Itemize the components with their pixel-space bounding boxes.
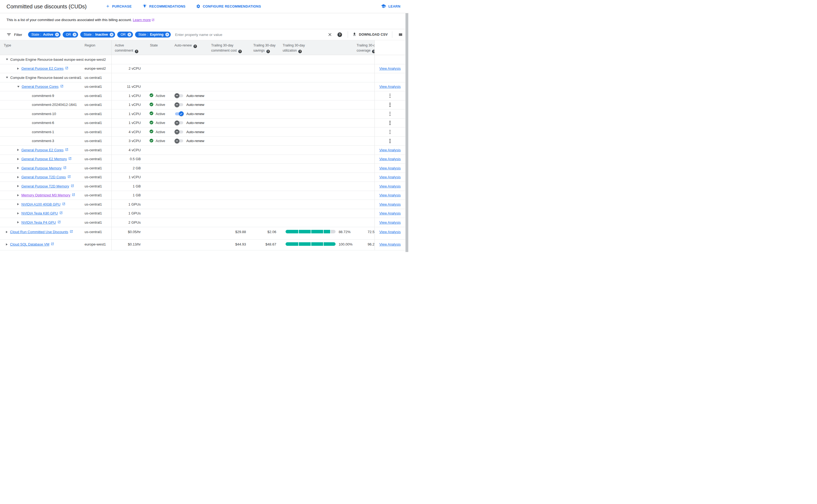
filter-help-icon[interactable]: ? [336,31,343,38]
auto-renew-toggle[interactable] [175,120,184,125]
type-link[interactable]: NVIDIA A100 40GB GPU [21,202,65,206]
view-analysis-link[interactable]: View Analysis [379,166,401,170]
row-expander-icon[interactable] [17,221,19,223]
chip-remove-icon[interactable]: ✕ [55,33,59,36]
column-header-commitment-cost[interactable]: Trailing 30-day commitment cost? [211,40,248,55]
column-header-utilization[interactable]: Trailing 30-day utilization? [278,40,357,55]
row-action-cell [374,73,405,82]
type-link[interactable]: Cloud Run Committed Use Discounts [10,230,73,234]
type-link[interactable]: Cloud SQL Database VM [10,242,54,246]
row-expander-icon[interactable] [17,68,19,70]
chip-remove-icon[interactable]: ✕ [73,33,76,36]
help-icon[interactable]: ? [135,50,138,53]
kebab-menu-icon[interactable] [389,93,392,99]
kebab-menu-icon[interactable] [389,120,392,126]
help-icon[interactable]: ? [238,50,242,53]
row-expander-icon[interactable] [17,185,19,187]
view-analysis-link[interactable]: View Analysis [379,193,401,197]
help-icon[interactable]: ? [193,45,197,48]
commitment-value: 2 vCPU [129,66,141,70]
column-header-type[interactable]: Type [0,40,84,55]
filter-chip-or[interactable]: OR✕ [63,32,78,38]
savings-cell [248,64,278,73]
row-expander-icon[interactable] [17,203,19,205]
column-header-coverage[interactable]: Trailing 30-day coverage? [357,40,374,55]
configure-recommendations-button[interactable]: CONFIGURE RECOMMENDATIONS [196,4,261,9]
chip-remove-icon[interactable]: ✕ [128,33,131,36]
auto-renew-toggle[interactable] [175,139,184,143]
type-link[interactable]: NVIDIA Tesla P4 GPU [21,220,61,224]
help-icon[interactable]: ? [266,50,270,53]
clear-filters-icon[interactable] [326,31,334,38]
region-cell: us-central1 [84,109,111,118]
chip-remove-icon[interactable]: ✕ [165,33,169,36]
auto-renew-toggle[interactable] [175,102,184,107]
scrollbar-thumb[interactable] [406,13,408,252]
purchase-button[interactable]: PURCHASE [106,4,132,9]
view-analysis-link[interactable]: View Analysis [379,184,401,188]
view-analysis-link[interactable]: View Analysis [379,202,401,206]
utilization-cell [278,182,357,191]
learn-more-link[interactable]: Learn more [133,18,151,22]
filter-chip[interactable]: State : Inactive✕ [80,32,115,38]
recommendations-button[interactable]: RECOMMENDATIONS [142,4,185,9]
auto-renew-toggle[interactable] [175,129,184,134]
help-icon[interactable]: ? [298,50,302,53]
row-expander-icon[interactable] [6,77,8,78]
filter-input[interactable] [175,32,324,37]
row-expander-icon[interactable] [17,167,19,169]
column-header-region[interactable]: Region [84,40,111,55]
filter-chip[interactable]: State : Active✕ [28,32,61,38]
column-display-options-icon[interactable] [397,31,404,38]
view-analysis-link[interactable]: View Analysis [379,230,401,234]
type-link[interactable]: General Purpose E2 Memory [21,157,72,161]
row-expander-icon[interactable] [6,243,8,246]
row-expander-icon[interactable] [17,212,19,214]
view-analysis-link[interactable]: View Analysis [379,211,401,215]
kebab-menu-icon[interactable] [389,111,392,117]
filter-chip[interactable]: State : Expiring✕ [135,32,171,38]
download-csv-button[interactable]: DOWNLOAD CSV [352,32,388,37]
external-link-icon [63,166,66,170]
row-expander-icon[interactable] [17,158,19,160]
kebab-menu-icon[interactable] [389,129,392,135]
column-header-state[interactable]: State [142,40,173,55]
kebab-menu-icon[interactable] [389,102,392,108]
view-analysis-link[interactable]: View Analysis [379,220,401,224]
auto-renew-label: Auto-renew [186,130,204,134]
auto-renew-toggle[interactable] [175,111,184,116]
view-analysis-link[interactable]: View Analysis [379,157,401,161]
view-analysis-link[interactable]: View Analysis [379,175,401,179]
row-expander-icon[interactable] [17,176,19,178]
view-analysis-link[interactable]: View Analysis [379,85,401,89]
view-analysis-link[interactable]: View Analysis [379,242,401,246]
auto-renew-cell [173,191,211,200]
type-link[interactable]: General Purpose E2 Cores [21,66,68,70]
column-header-auto-renew[interactable]: Auto-renew? [173,40,211,55]
type-link[interactable]: General Purpose Cores [22,85,63,89]
learn-button[interactable]: LEARN [381,4,400,9]
type-link[interactable]: General Purpose T2D Cores [21,175,71,179]
kebab-menu-icon[interactable] [389,138,392,144]
column-header-active-commitment[interactable]: Active commitment? [112,40,142,55]
type-link[interactable]: Memory Optimized M3 Memory [21,193,75,197]
column-header-savings[interactable]: Trailing 30-day savings? [248,40,278,55]
auto-renew-toggle[interactable] [175,93,184,98]
type-link[interactable]: General Purpose T2D Memory [21,184,74,188]
view-analysis-link[interactable]: View Analysis [379,148,401,152]
type-link[interactable]: General Purpose Memory [21,166,66,170]
filter-chip-or[interactable]: OR✕ [117,32,133,38]
help-icon[interactable]: ? [372,50,374,53]
active-commitment-cell: 0.5 GB [112,155,142,164]
type-link[interactable]: NVIDIA Tesla K80 GPU [21,211,63,215]
row-expander-icon[interactable] [6,59,8,60]
row-expander-icon[interactable] [17,149,19,151]
chip-remove-icon[interactable]: ✕ [110,33,113,36]
region-cell: us-central1 [84,82,111,91]
type-link[interactable]: General Purpose E2 Cores [21,148,68,152]
view-analysis-link[interactable]: View Analysis [379,66,401,70]
row-expander-icon[interactable] [17,86,19,88]
row-expander-icon[interactable] [6,231,8,233]
row-expander-icon[interactable] [17,194,19,196]
commitment-cost-cell [211,109,248,118]
